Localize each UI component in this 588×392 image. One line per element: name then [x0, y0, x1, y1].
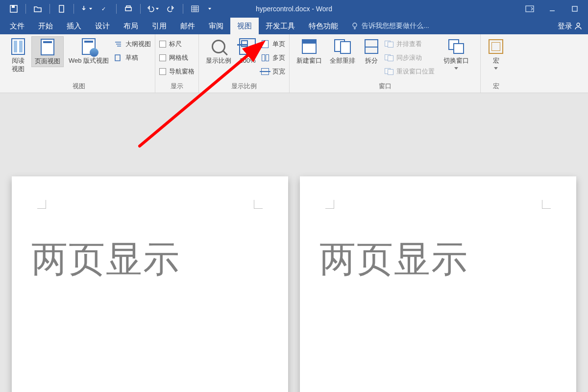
insert-table-button[interactable] [186, 0, 204, 18]
page-content-text: 两页显示 [319, 235, 557, 284]
qat-customize-button[interactable] [205, 0, 214, 18]
sign-in-label: 登录 [558, 22, 572, 31]
reset-window-button[interactable]: 重设窗口位置 [385, 66, 439, 77]
tab-review[interactable]: 审阅 [202, 18, 230, 34]
svg-rect-5 [126, 6, 130, 7]
magnifier-icon [210, 37, 227, 56]
window-title: hypercontrol.docx - Word [256, 5, 332, 13]
checkbox-icon [159, 68, 166, 75]
zoom-button[interactable]: 显示比例 [203, 36, 234, 66]
dropdown-icon [454, 67, 458, 70]
group-views-label: 视图 [7, 81, 151, 93]
checkbox-icon [159, 41, 166, 48]
page-2[interactable]: 两页显示 [300, 176, 576, 392]
quick-access-toolbar: ✓ [0, 0, 214, 18]
draft-view-button[interactable]: 草稿 [114, 52, 151, 64]
print-layout-icon [39, 38, 56, 56]
split-icon [363, 37, 380, 56]
undo-button[interactable] [144, 0, 161, 18]
svg-rect-21 [115, 55, 120, 61]
web-layout-button[interactable]: Web 版式视图 [66, 36, 112, 66]
sync-scroll-button[interactable]: 同步滚动 [385, 52, 439, 64]
tab-layout[interactable]: 布局 [117, 18, 145, 34]
reading-view-button[interactable]: 阅读 视图 [7, 36, 29, 74]
page-width-icon [261, 68, 270, 75]
split-button[interactable]: 拆分 [360, 36, 383, 66]
document-area[interactable]: 两页显示 两页显示 [0, 93, 588, 392]
ruler-checkbox[interactable]: 标尺 [159, 38, 195, 50]
tab-mailings[interactable]: 邮件 [173, 18, 202, 34]
switch-windows-button[interactable]: 切换窗口 [441, 36, 472, 71]
svg-rect-2 [59, 5, 64, 12]
outline-view-button[interactable]: 大纲视图 [114, 38, 151, 50]
gridlines-checkbox[interactable]: 网格线 [159, 52, 195, 64]
arrange-all-button[interactable]: 全部重排 [327, 36, 358, 66]
quick-print-button[interactable] [120, 0, 137, 18]
maximize-button[interactable] [564, 1, 585, 16]
svg-text:✓: ✓ [101, 6, 106, 12]
nav-pane-checkbox[interactable]: 导航窗格 [159, 66, 195, 77]
crop-mark-icon [254, 200, 263, 209]
group-window-label: 窗口 [294, 81, 476, 93]
page-1[interactable]: 两页显示 [12, 176, 288, 392]
page-width-button[interactable]: 页宽 [261, 66, 285, 77]
save-button[interactable] [5, 0, 23, 18]
print-layout-button[interactable]: 页面视图 [31, 36, 64, 67]
svg-rect-6 [192, 6, 198, 12]
outline-icon [114, 40, 122, 48]
crop-mark-icon [325, 200, 334, 209]
tab-home[interactable]: 开始 [31, 18, 60, 34]
tab-developer[interactable]: 开发工具 [259, 18, 302, 34]
zoom-100-button[interactable]: 100% [236, 36, 259, 66]
svg-rect-1 [12, 5, 15, 8]
switch-windows-icon [448, 37, 465, 56]
ribbon-display-options-button[interactable] [519, 1, 540, 16]
ribbon-tabs: 文件 开始 插入 设计 布局 引用 邮件 审阅 视图 开发工具 特色功能 告诉我… [0, 18, 588, 34]
reset-window-icon [385, 68, 393, 75]
window-controls [519, 0, 585, 18]
minimize-button[interactable] [542, 1, 563, 16]
svg-rect-13 [572, 6, 577, 11]
tab-special[interactable]: 特色功能 [302, 18, 345, 34]
sign-in-button[interactable]: 登录 [558, 18, 582, 34]
new-window-button[interactable]: 新建窗口 [294, 36, 325, 66]
group-zoom-label: 显示比例 [203, 81, 285, 93]
sync-scroll-icon [385, 54, 393, 62]
touch-mode-button[interactable] [77, 0, 95, 18]
svg-rect-4 [125, 7, 131, 11]
group-show-label: 显示 [159, 81, 195, 93]
tab-references[interactable]: 引用 [145, 18, 173, 34]
tell-me-search[interactable]: 告诉我您想要做什么... [351, 18, 429, 34]
one-page-icon [261, 40, 270, 48]
open-button[interactable] [29, 0, 47, 18]
group-macros-label: 宏 [485, 81, 507, 93]
svg-point-14 [353, 23, 357, 27]
side-by-side-icon [385, 40, 393, 48]
tab-design[interactable]: 设计 [88, 18, 117, 34]
user-icon [574, 22, 582, 30]
multi-page-icon [261, 54, 270, 62]
group-zoom: 显示比例 100% 单页 多页 页宽 显示比例 [199, 34, 290, 93]
arrange-all-icon [334, 37, 351, 56]
new-window-icon [301, 37, 318, 56]
crop-mark-icon [542, 200, 551, 209]
page-content-text: 两页显示 [31, 235, 269, 284]
group-views: 阅读 视图 页面视图 Web 版式视图 大纲视图 草稿 视图 [3, 34, 155, 93]
new-button[interactable] [53, 0, 71, 18]
svg-point-17 [577, 23, 580, 26]
macros-icon [488, 37, 504, 56]
group-window: 新建窗口 全部重排 拆分 并排查看 同步滚动 重设窗口位置 切换窗口 窗口 [290, 34, 481, 93]
one-page-button[interactable]: 单页 [261, 38, 285, 50]
tab-view[interactable]: 视图 [230, 18, 259, 34]
tab-file[interactable]: 文件 [3, 18, 31, 34]
macros-button[interactable]: 宏 [485, 36, 507, 71]
side-by-side-button[interactable]: 并排查看 [385, 38, 439, 50]
dropdown-icon [494, 67, 498, 70]
lightbulb-icon [351, 22, 359, 30]
group-macros: 宏 宏 [481, 34, 511, 93]
multi-page-button[interactable]: 多页 [261, 52, 285, 64]
draft-icon [114, 54, 122, 62]
spellcheck-button[interactable]: ✓ [96, 0, 113, 18]
tab-insert[interactable]: 插入 [60, 18, 88, 34]
redo-button[interactable] [162, 0, 180, 18]
